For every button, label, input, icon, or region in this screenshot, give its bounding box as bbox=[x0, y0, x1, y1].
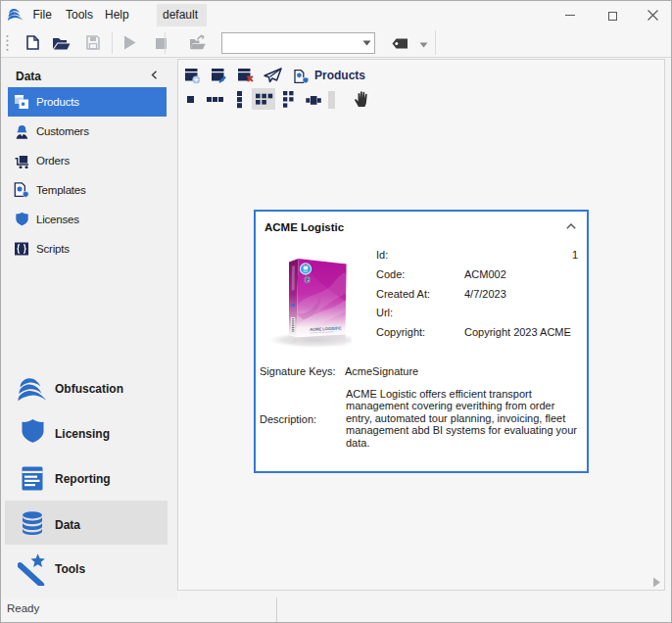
svg-text:1.0: 1.0 bbox=[331, 326, 338, 331]
